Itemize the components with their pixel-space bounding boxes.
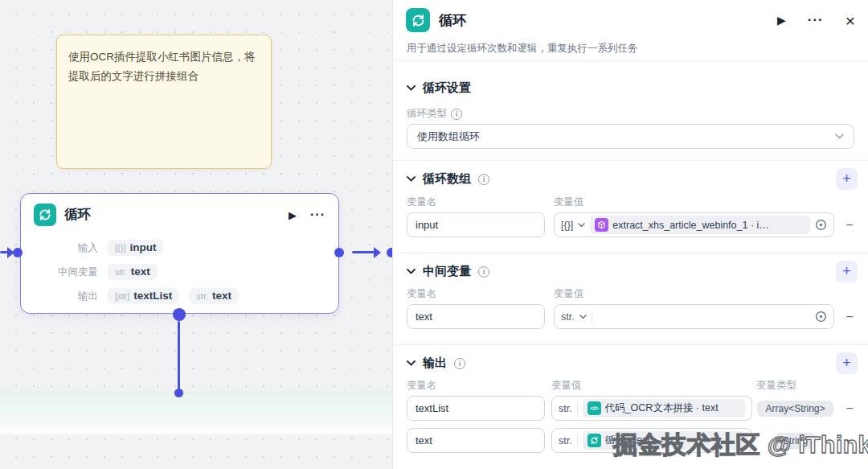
variable-badge: [str] textList xyxy=(108,288,179,304)
section-intermediate-header[interactable]: 中间变量 i + xyxy=(393,261,868,282)
loop-array-row: [{}] extract_xhs_article_webinfo_1 · i… … xyxy=(393,212,868,237)
remove-row-button[interactable]: − xyxy=(841,396,858,421)
add-loop-array-button[interactable]: + xyxy=(836,168,858,190)
chevron-down-icon xyxy=(835,134,844,139)
variable-name: textList xyxy=(133,290,172,302)
add-intermediate-button[interactable]: + xyxy=(836,261,858,282)
divider xyxy=(393,344,868,345)
run-button[interactable]: ▶ xyxy=(777,14,786,27)
port-right[interactable] xyxy=(334,248,344,257)
watermark: 掘金技术社区 @ iThinkAi xyxy=(613,429,868,462)
variable-value-field[interactable]: [{}] extract_xhs_article_webinfo_1 · i… xyxy=(554,212,834,237)
section-loop-settings-header[interactable]: 循环设置 xyxy=(393,77,868,99)
loop-node[interactable]: 循环 ▶ ··· 输入 [{}] input 中间 xyxy=(20,193,339,314)
column-label-value: 变量值 xyxy=(554,287,584,301)
variable-type: str. xyxy=(196,291,208,301)
variable-name-input[interactable] xyxy=(407,212,545,237)
edge-outgoing-arrowhead xyxy=(374,247,381,258)
reference-label: extract_xhs_article_webinfo_1 · i… xyxy=(612,220,769,231)
loop-node-header: 循环 ▶ ··· xyxy=(21,194,338,226)
node-row-input: 输入 [{}] input xyxy=(21,238,338,257)
remove-row-button[interactable]: − xyxy=(841,304,858,329)
divider xyxy=(577,401,578,415)
divider xyxy=(393,160,868,161)
config-panel: 循环 ▶ ··· × 用于通过设定循环次数和逻辑，重复执行一系列任务 循环设置 … xyxy=(392,0,868,469)
reference-label: 代码_OCR文本拼接 · text xyxy=(605,401,719,415)
panel-description: 用于通过设定循环次数和逻辑，重复执行一系列任务 xyxy=(407,42,854,56)
variable-badge: str. text xyxy=(108,264,158,280)
divider xyxy=(592,310,592,323)
node-menu-button[interactable]: ··· xyxy=(310,208,326,222)
node-row-output: 输出 [str] textList str. text xyxy=(21,286,338,306)
section-loop-array-header[interactable]: 循环数组 i + xyxy=(393,168,868,190)
variable-name: text xyxy=(131,265,150,278)
port-bottom[interactable] xyxy=(173,308,186,321)
column-label-name: 变量名 xyxy=(407,379,437,393)
type-selector[interactable]: str. xyxy=(561,311,575,323)
column-label-name: 变量名 xyxy=(407,287,437,301)
port-left[interactable] xyxy=(13,248,23,257)
variable-name: input xyxy=(129,241,156,253)
edge-outgoing xyxy=(352,251,375,253)
divider xyxy=(393,253,868,253)
variable-type-badge: Array<String> xyxy=(756,396,834,421)
node-row-label: 输入 xyxy=(21,241,98,255)
panel-title: 循环 xyxy=(439,11,466,30)
column-label-name: 变量名 xyxy=(407,195,437,209)
intermediate-row: str. − xyxy=(393,304,868,329)
add-output-button[interactable]: + xyxy=(836,352,858,374)
info-icon[interactable]: i xyxy=(478,174,489,185)
type-token: str. xyxy=(559,403,572,414)
variable-type: [{}] xyxy=(115,243,125,253)
variable-reference-chip[interactable]: extract_xhs_article_webinfo_1 · i… xyxy=(590,216,810,234)
chevron-down-icon xyxy=(579,315,587,319)
variable-reference-chip[interactable]: </> 代码_OCR文本拼接 · text xyxy=(583,399,745,418)
sticky-note-text: 使用OCR插件提取小红书图片信息，将提取后的文字进行拼接组合 xyxy=(68,47,260,87)
chevron-down-icon xyxy=(407,176,416,182)
edge-endpoint[interactable] xyxy=(387,248,392,257)
code-icon: </> xyxy=(588,401,601,415)
gear-icon[interactable] xyxy=(815,311,827,323)
node-row-intermediate: 中间变量 str. text xyxy=(21,262,338,282)
node-row-label: 输出 xyxy=(21,290,98,303)
node-title: 循环 xyxy=(64,206,91,224)
remove-row-button[interactable]: − xyxy=(841,212,858,237)
type-selector[interactable]: [{}] xyxy=(561,220,573,231)
variable-name-input[interactable] xyxy=(407,304,545,329)
workflow-editor: 使用OCR插件提取小红书图片信息，将提取后的文字进行拼接组合 循环 ▶ xyxy=(0,0,868,469)
loop-icon xyxy=(406,8,430,32)
plugin-icon xyxy=(595,218,608,232)
close-button[interactable]: × xyxy=(845,12,855,29)
column-label-value: 变量值 xyxy=(554,195,584,209)
loop-icon xyxy=(588,434,601,447)
loop-type-value: 使用数组循环 xyxy=(417,130,480,144)
column-label-type: 变量类型 xyxy=(756,379,796,393)
chevron-down-icon xyxy=(407,360,416,366)
loop-type-label: 循环类型 i xyxy=(407,107,462,121)
edge-to-loop-body xyxy=(178,321,180,389)
chevron-down-icon xyxy=(407,85,416,91)
section-output-header[interactable]: 输出 i + xyxy=(393,352,868,374)
variable-badge: [{}] input xyxy=(108,240,163,256)
variable-badge: str. text xyxy=(189,288,239,304)
section-title: 循环设置 xyxy=(423,80,471,96)
canvas[interactable]: 使用OCR插件提取小红书图片信息，将提取后的文字进行拼接组合 循环 ▶ xyxy=(0,0,392,469)
run-node-button[interactable]: ▶ xyxy=(289,209,297,221)
sticky-note[interactable]: 使用OCR插件提取小红书图片信息，将提取后的文字进行拼接组合 xyxy=(56,35,272,169)
variable-name-input[interactable] xyxy=(407,428,545,453)
gear-icon[interactable] xyxy=(815,219,827,231)
variable-name-input[interactable] xyxy=(407,396,545,421)
info-icon[interactable]: i xyxy=(478,266,489,278)
info-icon[interactable]: i xyxy=(454,358,465,369)
loop-icon xyxy=(34,204,56,226)
info-icon[interactable]: i xyxy=(451,109,462,120)
variable-value-field[interactable]: str. xyxy=(554,304,834,329)
loop-type-select[interactable]: 使用数组循环 xyxy=(407,124,854,149)
section-title: 输出 xyxy=(423,356,447,371)
divider xyxy=(577,434,578,447)
variable-value-field[interactable]: str. </> 代码_OCR文本拼接 · text xyxy=(551,396,752,421)
variable-type: str. xyxy=(115,267,127,277)
node-row-label: 中间变量 xyxy=(21,265,98,279)
more-menu-button[interactable]: ··· xyxy=(808,12,824,28)
loop-body-port[interactable] xyxy=(174,389,183,397)
